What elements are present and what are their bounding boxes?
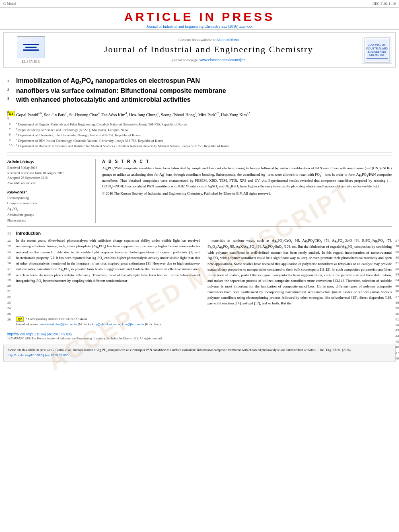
journal-url[interactable]: www.elsevier.com/locate/jiec [200, 58, 245, 62]
author-names: 4 5 Gopal Panthia,b, Soo-Jin Parkc, Su-H… [16, 111, 392, 118]
affil-3: 8 c Department of Chemistry, Inha Univer… [16, 132, 392, 138]
authors-section: Q1 4 5 Gopal Panthia,b, Soo-Jin Parkc, S… [7, 109, 392, 121]
affil-4: 9 d Department of BIN Fusion Technology,… [16, 138, 392, 144]
intro-para-2: materials in random ways, such as Ag3PO4… [208, 238, 392, 306]
abstract-copyright: © 2016 The Korean Society of Industrial … [102, 191, 392, 197]
email-link-3[interactable]: khy@jbnu.ac.kr [122, 322, 144, 326]
citation-text: Please cite this article in press as: G.… [8, 348, 352, 357]
keyword-3: Ag3PO4 [7, 206, 90, 212]
abstract-two-col: Article history: Received 5 May 2016 Rec… [7, 156, 392, 224]
journal-logo-box [17, 36, 45, 58]
citation-box: Please cite this article in press as: G.… [3, 345, 396, 362]
corresponding-text: * Corresponding authors. Fax: +82 63 270… [26, 317, 88, 321]
keyword-1: Electrospinning [7, 195, 90, 201]
right-line-nums: 27 28 29 30 31 32 33 34 35 36 37 38 39 4… [395, 238, 399, 362]
revised-date: Received in revised form 10 August 2016 [7, 170, 90, 176]
abstract-title: A B S T R A C T [102, 159, 392, 164]
keyword-2: Composite nanofibers [7, 201, 90, 206]
logo-line-3 [23, 49, 39, 51]
title-line-nums: 1 2 3 [7, 76, 9, 103]
email-link-1[interactable]: wonderfulmira@jbnu.ac.kr [40, 322, 77, 326]
keywords-title: Keywords: [7, 190, 90, 194]
bottom-links: http://dx.doi.org/10.1016/j.jiec.2016.09… [0, 330, 399, 342]
footer-note-content: Q2 * Corresponding authors. Fax: +82 63 … [7, 317, 392, 327]
affil-2: 7 b Nepal Academy of Science and Technol… [16, 127, 392, 133]
main-content: 1 2 3 Immobilization of Ag3PO4 nanoparti… [0, 70, 399, 330]
journal-homepage: journal homepage: www.elsevier.com/locat… [59, 58, 358, 62]
svg-text:JOURNAL OF: JOURNAL OF [368, 43, 386, 46]
article-history-title: Article history: [7, 159, 90, 164]
elsevier-logo: ELSEVIER [22, 60, 40, 64]
abstract-text: Ag3PO4/PAN composite nanofibers have bee… [102, 166, 392, 197]
logo-line-2 [25, 47, 36, 48]
article-title-section: 1 2 3 Immobilization of Ag3PO4 nanoparti… [7, 72, 392, 156]
abstract-col: A B S T R A C T Ag3PO4/PAN composite nan… [102, 159, 392, 224]
svg-text:CHEMISTRY: CHEMISTRY [369, 53, 385, 56]
svg-text:ENGINEERING: ENGINEERING [368, 50, 386, 53]
online-date: Available online xxx [7, 181, 90, 186]
journal-right-logo: JOURNAL OF INDUSTRIAL AND ENGINEERING CH… [362, 36, 392, 64]
accepted-date: Accepted 25 September 2016 [7, 175, 90, 181]
g-model-label: G Model [3, 2, 16, 6]
received-date: Received 5 May 2016 [7, 165, 90, 170]
line-num-1: 1 [7, 76, 9, 85]
abstract-section: A B S T R A C T Ag3PO4/PAN composite nan… [102, 159, 392, 197]
journal-center: Contents lists available at ScienceDirec… [55, 36, 362, 64]
left-line-nums: 12 13 14 15 16 17 18 19 20 21 22 23 24 2… [7, 238, 11, 322]
article-info-col: Article history: Received 5 May 2016 Rec… [7, 159, 96, 224]
jiec-ref: JIEC 3102 1–10 [372, 2, 396, 6]
journal-ref: Journal of Industrial and Engineering Ch… [0, 25, 399, 29]
detected-that: that [195, 256, 201, 260]
journal-header: ELSEVIER Contents lists available at Sci… [3, 32, 396, 68]
keywords-section: Keywords: Electrospinning Composite nano… [7, 190, 90, 224]
top-header: G Model JIEC 3102 1–10 [0, 0, 399, 8]
article-in-press-banner: ARTICLE IN PRESS Journal of Industrial a… [0, 8, 399, 30]
line-num-3: 3 [7, 94, 9, 103]
svg-text:INDUSTRIAL AND: INDUSTRIAL AND [366, 47, 388, 50]
sciencedirect-link[interactable]: ScienceDirect [216, 38, 239, 42]
affil-1: 6 a Department of Organic Materials and … [16, 121, 392, 127]
line-num-4: 4 [7, 109, 9, 115]
issn-copyright: 1226-086X/© 2016 The Korean Society of I… [7, 337, 163, 340]
affiliations: 6 a Department of Organic Materials and … [7, 121, 392, 152]
watermark-area: ACCEPTED MANUSCRIPT 11 Introduction 12 1… [7, 226, 392, 327]
intro-col-right: 27 28 29 30 31 32 33 34 35 36 37 38 39 4… [206, 238, 392, 308]
affil-5: 10 e Department of Biomedical Sciences a… [16, 143, 392, 149]
intro-col-left: 12 13 14 15 16 17 18 19 20 21 22 23 24 2… [7, 238, 200, 308]
doi-link[interactable]: http://dx.doi.org/10.1016/j.jiec.2016.09… [7, 332, 72, 336]
intro-two-col: 12 13 14 15 16 17 18 19 20 21 22 23 24 2… [7, 238, 392, 308]
q2-badge: Q2 [16, 316, 24, 322]
email-link-2[interactable]: khy@chonbuk.ac.kr [92, 322, 120, 326]
citation-doi-link[interactable]: http://dx.doi.org/10.1016/j.jiec.2016.09… [8, 353, 68, 357]
line-num-2: 2 [7, 85, 9, 94]
aip-text: ARTICLE IN PRESS [0, 10, 399, 24]
logo-line-1 [23, 44, 39, 45]
line-num-5: 5 [7, 115, 9, 121]
intro-title: Introduction [16, 231, 41, 236]
email-line: E-mail addresses: wonderfulmira@jbnu.ac.… [16, 322, 161, 326]
intro-para-1: In the recent years, silver-based photoc… [16, 238, 200, 284]
keyword-4: Amidoxime groups [7, 212, 90, 218]
journal-title: Journal of Industrial and Engineering Ch… [59, 44, 358, 55]
contents-line: Contents lists available at ScienceDirec… [59, 38, 358, 42]
journal-logo-area: ELSEVIER [7, 36, 55, 64]
article-title: 1 2 3 Immobilization of Ag3PO4 nanoparti… [7, 76, 392, 105]
intro-section: 11 Introduction 12 13 14 15 16 17 18 19 [7, 226, 392, 327]
footer-note: Q2 * Corresponding authors. Fax: +82 63 … [7, 311, 392, 327]
intro-header: 11 Introduction [7, 231, 392, 236]
keyword-5: Photocatalyst [7, 218, 90, 224]
